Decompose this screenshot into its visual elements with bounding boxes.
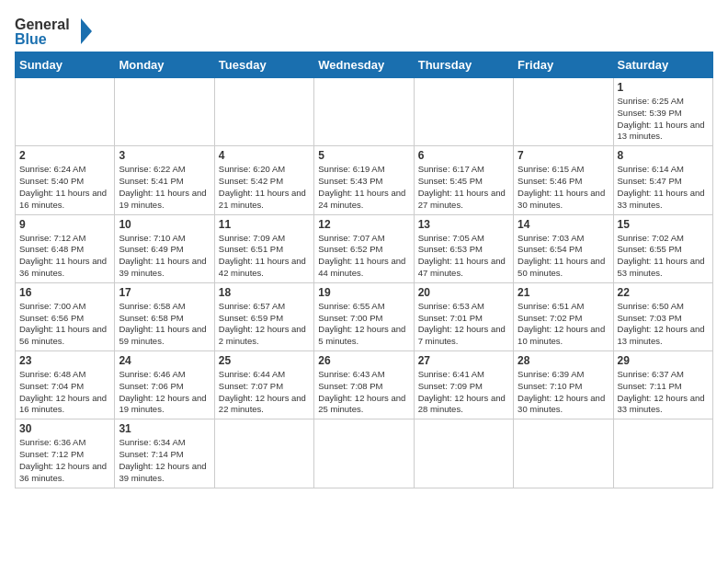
calendar-cell: 8Sunrise: 6:14 AM Sunset: 5:47 PM Daylig… [613, 146, 712, 214]
weekday-header-tuesday: Tuesday [214, 52, 313, 78]
day-info: Sunrise: 7:09 AM Sunset: 6:51 PM Dayligh… [219, 233, 310, 280]
svg-text:General: General [15, 17, 70, 32]
calendar-cell: 31Sunrise: 6:34 AM Sunset: 7:14 PM Dayli… [115, 419, 214, 488]
calendar-cell: 24Sunrise: 6:46 AM Sunset: 7:06 PM Dayli… [115, 351, 214, 419]
calendar-cell: 19Sunrise: 6:55 AM Sunset: 7:00 PM Dayli… [314, 282, 414, 350]
day-number: 18 [219, 286, 310, 299]
day-number: 22 [618, 286, 709, 299]
day-info: Sunrise: 6:24 AM Sunset: 5:40 PM Dayligh… [19, 164, 110, 211]
weekday-header-friday: Friday [514, 52, 613, 78]
day-number: 17 [119, 286, 210, 299]
page-header: GeneralBlue [15, 15, 713, 48]
logo: GeneralBlue [15, 15, 97, 48]
day-info: Sunrise: 6:22 AM Sunset: 5:41 PM Dayligh… [119, 164, 210, 211]
day-number: 23 [19, 354, 110, 367]
calendar-week-3: 16Sunrise: 7:00 AM Sunset: 6:56 PM Dayli… [16, 282, 713, 350]
calendar-cell: 16Sunrise: 7:00 AM Sunset: 6:56 PM Dayli… [16, 282, 115, 350]
day-number: 7 [518, 149, 609, 162]
calendar-cell [16, 78, 115, 146]
calendar-cell [214, 78, 313, 146]
day-number: 4 [219, 149, 310, 162]
day-info: Sunrise: 6:36 AM Sunset: 7:12 PM Dayligh… [19, 437, 110, 484]
day-number: 29 [618, 354, 709, 367]
day-number: 8 [618, 149, 709, 162]
weekday-header-monday: Monday [115, 52, 214, 78]
day-info: Sunrise: 6:41 AM Sunset: 7:09 PM Dayligh… [418, 369, 509, 416]
day-info: Sunrise: 6:17 AM Sunset: 5:45 PM Dayligh… [418, 164, 509, 211]
day-info: Sunrise: 6:15 AM Sunset: 5:46 PM Dayligh… [518, 164, 609, 211]
calendar-cell: 22Sunrise: 6:50 AM Sunset: 7:03 PM Dayli… [613, 282, 712, 350]
calendar-week-5: 30Sunrise: 6:36 AM Sunset: 7:12 PM Dayli… [16, 419, 713, 488]
calendar-cell: 12Sunrise: 7:07 AM Sunset: 6:52 PM Dayli… [314, 214, 414, 282]
day-info: Sunrise: 6:44 AM Sunset: 7:07 PM Dayligh… [219, 369, 310, 416]
calendar-cell: 18Sunrise: 6:57 AM Sunset: 6:59 PM Dayli… [214, 282, 313, 350]
calendar-week-0: 1Sunrise: 6:25 AM Sunset: 5:39 PM Daylig… [16, 78, 713, 146]
calendar-cell: 15Sunrise: 7:02 AM Sunset: 6:55 PM Dayli… [613, 214, 712, 282]
day-number: 1 [618, 81, 709, 94]
weekday-header-thursday: Thursday [414, 52, 513, 78]
day-number: 3 [119, 149, 210, 162]
weekday-header-wednesday: Wednesday [314, 52, 414, 78]
logo-svg: GeneralBlue [15, 15, 97, 48]
calendar-cell: 1Sunrise: 6:25 AM Sunset: 5:39 PM Daylig… [613, 78, 712, 146]
day-number: 6 [418, 149, 509, 162]
calendar-cell [613, 419, 712, 488]
calendar-cell: 3Sunrise: 6:22 AM Sunset: 5:41 PM Daylig… [115, 146, 214, 214]
day-number: 21 [518, 286, 609, 299]
calendar-cell: 27Sunrise: 6:41 AM Sunset: 7:09 PM Dayli… [414, 351, 513, 419]
svg-marker-2 [81, 18, 92, 44]
calendar-cell: 7Sunrise: 6:15 AM Sunset: 5:46 PM Daylig… [514, 146, 613, 214]
day-number: 11 [219, 218, 310, 231]
calendar-cell [314, 78, 414, 146]
day-info: Sunrise: 6:25 AM Sunset: 5:39 PM Dayligh… [618, 96, 709, 143]
day-info: Sunrise: 7:00 AM Sunset: 6:56 PM Dayligh… [19, 301, 110, 348]
calendar-header-row: SundayMondayTuesdayWednesdayThursdayFrid… [16, 52, 713, 78]
day-number: 24 [119, 354, 210, 367]
calendar-table: SundayMondayTuesdayWednesdayThursdayFrid… [15, 52, 713, 488]
day-info: Sunrise: 6:50 AM Sunset: 7:03 PM Dayligh… [618, 301, 709, 348]
day-number: 31 [119, 422, 210, 435]
calendar-cell [115, 78, 214, 146]
calendar-cell [414, 419, 513, 488]
calendar-cell: 11Sunrise: 7:09 AM Sunset: 6:51 PM Dayli… [214, 214, 313, 282]
day-info: Sunrise: 6:43 AM Sunset: 7:08 PM Dayligh… [318, 369, 409, 416]
day-info: Sunrise: 6:51 AM Sunset: 7:02 PM Dayligh… [518, 301, 609, 348]
day-number: 19 [318, 286, 409, 299]
day-info: Sunrise: 7:02 AM Sunset: 6:55 PM Dayligh… [618, 233, 709, 280]
day-number: 28 [518, 354, 609, 367]
day-number: 5 [318, 149, 409, 162]
calendar-cell: 10Sunrise: 7:10 AM Sunset: 6:49 PM Dayli… [115, 214, 214, 282]
day-info: Sunrise: 7:12 AM Sunset: 6:48 PM Dayligh… [19, 233, 110, 280]
calendar-cell [214, 419, 313, 488]
day-number: 14 [518, 218, 609, 231]
day-number: 26 [318, 354, 409, 367]
calendar-cell: 23Sunrise: 6:48 AM Sunset: 7:04 PM Dayli… [16, 351, 115, 419]
calendar-cell [514, 419, 613, 488]
day-info: Sunrise: 6:57 AM Sunset: 6:59 PM Dayligh… [219, 301, 310, 348]
day-number: 10 [119, 218, 210, 231]
day-info: Sunrise: 6:48 AM Sunset: 7:04 PM Dayligh… [19, 369, 110, 416]
day-number: 15 [618, 218, 709, 231]
calendar-cell [314, 419, 414, 488]
day-number: 9 [19, 218, 110, 231]
day-info: Sunrise: 7:03 AM Sunset: 6:54 PM Dayligh… [518, 233, 609, 280]
calendar-week-4: 23Sunrise: 6:48 AM Sunset: 7:04 PM Dayli… [16, 351, 713, 419]
calendar-cell [514, 78, 613, 146]
calendar-cell: 26Sunrise: 6:43 AM Sunset: 7:08 PM Dayli… [314, 351, 414, 419]
calendar-cell: 30Sunrise: 6:36 AM Sunset: 7:12 PM Dayli… [16, 419, 115, 488]
calendar-cell: 13Sunrise: 7:05 AM Sunset: 6:53 PM Dayli… [414, 214, 513, 282]
calendar-cell: 28Sunrise: 6:39 AM Sunset: 7:10 PM Dayli… [514, 351, 613, 419]
calendar-cell: 25Sunrise: 6:44 AM Sunset: 7:07 PM Dayli… [214, 351, 313, 419]
calendar-week-2: 9Sunrise: 7:12 AM Sunset: 6:48 PM Daylig… [16, 214, 713, 282]
day-info: Sunrise: 6:34 AM Sunset: 7:14 PM Dayligh… [119, 437, 210, 484]
day-info: Sunrise: 6:39 AM Sunset: 7:10 PM Dayligh… [518, 369, 609, 416]
svg-text:Blue: Blue [15, 31, 47, 47]
calendar-cell: 20Sunrise: 6:53 AM Sunset: 7:01 PM Dayli… [414, 282, 513, 350]
calendar-cell [414, 78, 513, 146]
day-number: 25 [219, 354, 310, 367]
calendar-cell: 5Sunrise: 6:19 AM Sunset: 5:43 PM Daylig… [314, 146, 414, 214]
day-info: Sunrise: 6:55 AM Sunset: 7:00 PM Dayligh… [318, 301, 409, 348]
day-number: 12 [318, 218, 409, 231]
calendar-cell: 2Sunrise: 6:24 AM Sunset: 5:40 PM Daylig… [16, 146, 115, 214]
day-info: Sunrise: 6:53 AM Sunset: 7:01 PM Dayligh… [418, 301, 509, 348]
